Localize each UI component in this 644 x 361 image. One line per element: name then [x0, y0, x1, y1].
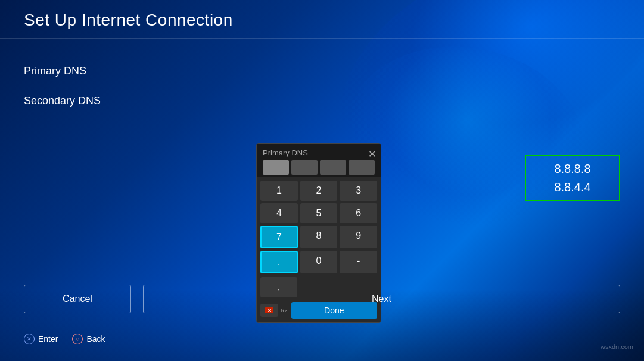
- dns-values-box: 8.8.8.8 8.8.4.4: [525, 155, 620, 201]
- numpad-key-minus[interactable]: -: [340, 251, 377, 273]
- bottom-buttons: Cancel Next: [24, 285, 620, 313]
- numpad-input-1: [263, 160, 289, 175]
- numpad-key-9[interactable]: 9: [340, 226, 377, 248]
- header: Set Up Internet Connection: [0, 0, 644, 39]
- numpad-keys-grid: 1 2 3 4 5 6 7 8 9 . 0 -: [257, 177, 381, 277]
- back-hint: ○ Back: [72, 334, 105, 344]
- enter-hint-label: Enter: [38, 334, 58, 344]
- next-button[interactable]: Next: [143, 285, 620, 313]
- numpad-input-2: [291, 160, 318, 175]
- numpad-input-3: [320, 160, 346, 175]
- page-title: Set Up Internet Connection: [24, 11, 620, 30]
- primary-dns-value: 8.8.8.8: [544, 160, 601, 178]
- main-content: Primary DNS Secondary DNS 8.8.8.8 8.8.4.…: [0, 57, 644, 116]
- primary-dns-row: Primary DNS: [24, 57, 620, 86]
- numpad-input-4: [349, 160, 375, 175]
- back-hint-label: Back: [86, 334, 105, 344]
- numpad-key-4[interactable]: 4: [260, 203, 298, 223]
- numpad-key-1[interactable]: 1: [260, 181, 298, 201]
- numpad-input-row: [263, 160, 375, 175]
- numpad-key-2[interactable]: 2: [300, 181, 338, 201]
- numpad-title: Primary DNS: [263, 148, 375, 157]
- numpad-key-7[interactable]: 7: [260, 226, 298, 248]
- primary-dns-label: Primary DNS: [24, 65, 155, 77]
- numpad-key-dot[interactable]: .: [260, 251, 298, 273]
- numpad-close-button[interactable]: ✕: [368, 148, 376, 160]
- footer-hint: ✕ Enter ○ Back: [24, 334, 105, 344]
- numpad-key-3[interactable]: 3: [340, 181, 377, 201]
- circle-button-icon: ○: [72, 334, 83, 344]
- dns-value-area: 8.8.8.8 8.8.4.4: [525, 155, 620, 201]
- numpad-header: Primary DNS ✕: [257, 144, 381, 177]
- cancel-button[interactable]: Cancel: [24, 285, 131, 313]
- numpad-key-8[interactable]: 8: [300, 226, 338, 248]
- secondary-dns-value: 8.8.4.4: [544, 178, 601, 197]
- secondary-dns-row: Secondary DNS: [24, 86, 620, 116]
- numpad-key-5[interactable]: 5: [300, 203, 338, 223]
- watermark: wsxdn.com: [601, 343, 633, 350]
- enter-hint: ✕ Enter: [24, 334, 58, 344]
- cross-button-icon: ✕: [24, 334, 35, 344]
- numpad-key-0[interactable]: 0: [300, 251, 338, 273]
- numpad-key-6[interactable]: 6: [340, 203, 377, 223]
- secondary-dns-label: Secondary DNS: [24, 95, 155, 107]
